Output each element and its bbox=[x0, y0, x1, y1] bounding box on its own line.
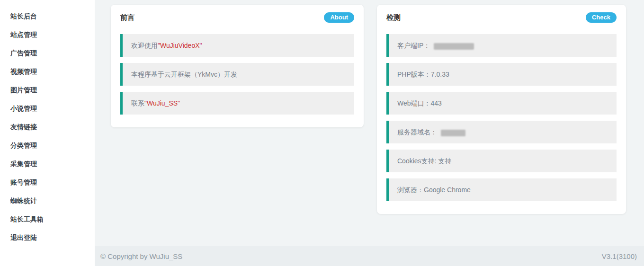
check-item-label: PHP版本： bbox=[397, 71, 431, 78]
sidebar-item-ads[interactable]: 广告管理 bbox=[0, 44, 95, 62]
sidebar-item-images[interactable]: 图片管理 bbox=[0, 81, 95, 99]
check-card-title: 检测 bbox=[386, 13, 401, 22]
preface-item: 联系"WuJiu_SS" bbox=[120, 92, 354, 115]
sidebar-item-collection[interactable]: 采集管理 bbox=[0, 155, 95, 173]
check-item-label: 浏览器： bbox=[397, 186, 424, 194]
preface-item-highlight: "WuJiu_SS" bbox=[144, 99, 180, 107]
cards-row: 前言 About 欢迎使用"WuJiuVideoX" 本程序基于云开框架（YkM… bbox=[95, 0, 644, 214]
sidebar-item-logout[interactable]: 退出登陆 bbox=[0, 229, 95, 247]
check-item-label: 客户端IP： bbox=[397, 42, 430, 49]
check-item-value: 7.0.33 bbox=[431, 71, 449, 78]
check-item-value: Google Chrome bbox=[424, 186, 471, 194]
copyright-text: © Copyright by WuJiu_SS bbox=[100, 252, 182, 260]
preface-item: 欢迎使用"WuJiuVideoX" bbox=[120, 34, 354, 57]
preface-item-highlight: "WuJiuVideoX" bbox=[158, 42, 202, 49]
check-item-php-version: PHP版本：7.0.33 bbox=[386, 63, 617, 86]
sidebar-item-links[interactable]: 友情链接 bbox=[0, 118, 95, 136]
app-root: 站长后台 站点管理 广告管理 视频管理 图片管理 小说管理 友情链接 分类管理 … bbox=[0, 0, 644, 266]
main-content: 前言 About 欢迎使用"WuJiuVideoX" 本程序基于云开框架（YkM… bbox=[95, 0, 644, 266]
sidebar-item-accounts[interactable]: 账号管理 bbox=[0, 173, 95, 192]
check-item-label: Web端口： bbox=[397, 99, 431, 107]
check-item-list: 客户端IP： PHP版本：7.0.33 Web端口：443 服务器域名： Coo… bbox=[386, 34, 617, 201]
preface-item-text: 本程序基于云开框架（YkMvc）开发 bbox=[131, 71, 237, 78]
sidebar-item-dashboard[interactable]: 站长后台 bbox=[0, 7, 95, 26]
check-item-label: 服务器域名： bbox=[397, 128, 437, 136]
check-item-browser: 浏览器：Google Chrome bbox=[386, 178, 617, 201]
redacted-ip-value bbox=[434, 43, 474, 50]
sidebar-item-toolbox[interactable]: 站长工具箱 bbox=[0, 210, 95, 229]
footer: © Copyright by WuJiu_SS V3.1(3100) bbox=[95, 246, 644, 266]
preface-card-title: 前言 bbox=[120, 13, 134, 22]
about-badge[interactable]: About bbox=[324, 12, 354, 23]
preface-item: 本程序基于云开框架（YkMvc）开发 bbox=[120, 63, 354, 86]
check-card: 检测 Check 客户端IP： PHP版本：7.0.33 Web端口：443 服… bbox=[377, 5, 626, 214]
preface-item-text: 欢迎使用 bbox=[131, 42, 158, 49]
check-badge[interactable]: Check bbox=[586, 12, 617, 23]
check-item-web-port: Web端口：443 bbox=[386, 92, 617, 115]
check-item-cookies: Cookies支持: 支持 bbox=[386, 150, 617, 172]
version-text: V3.1(3100) bbox=[602, 252, 637, 260]
check-card-header: 检测 Check bbox=[386, 12, 617, 23]
preface-card-header: 前言 About bbox=[120, 12, 354, 23]
check-item-server-domain: 服务器域名： bbox=[386, 121, 617, 143]
check-item-value: 443 bbox=[431, 99, 442, 107]
sidebar-item-categories[interactable]: 分类管理 bbox=[0, 136, 95, 155]
redacted-domain-value bbox=[441, 130, 465, 136]
preface-card: 前言 About 欢迎使用"WuJiuVideoX" 本程序基于云开框架（YkM… bbox=[111, 5, 364, 127]
sidebar-nav: 站长后台 站点管理 广告管理 视频管理 图片管理 小说管理 友情链接 分类管理 … bbox=[0, 7, 95, 247]
sidebar-item-novels[interactable]: 小说管理 bbox=[0, 99, 95, 118]
check-item-client-ip: 客户端IP： bbox=[386, 34, 617, 57]
check-item-label: Cookies支持: bbox=[397, 157, 438, 165]
sidebar-item-site[interactable]: 站点管理 bbox=[0, 26, 95, 44]
sidebar-item-spider-stats[interactable]: 蜘蛛统计 bbox=[0, 192, 95, 210]
sidebar: 站长后台 站点管理 广告管理 视频管理 图片管理 小说管理 友情链接 分类管理 … bbox=[0, 0, 95, 266]
sidebar-item-video[interactable]: 视频管理 bbox=[0, 62, 95, 81]
preface-item-list: 欢迎使用"WuJiuVideoX" 本程序基于云开框架（YkMvc）开发 联系"… bbox=[120, 34, 354, 115]
check-item-value: 支持 bbox=[438, 157, 451, 165]
preface-item-text: 联系 bbox=[131, 99, 144, 107]
